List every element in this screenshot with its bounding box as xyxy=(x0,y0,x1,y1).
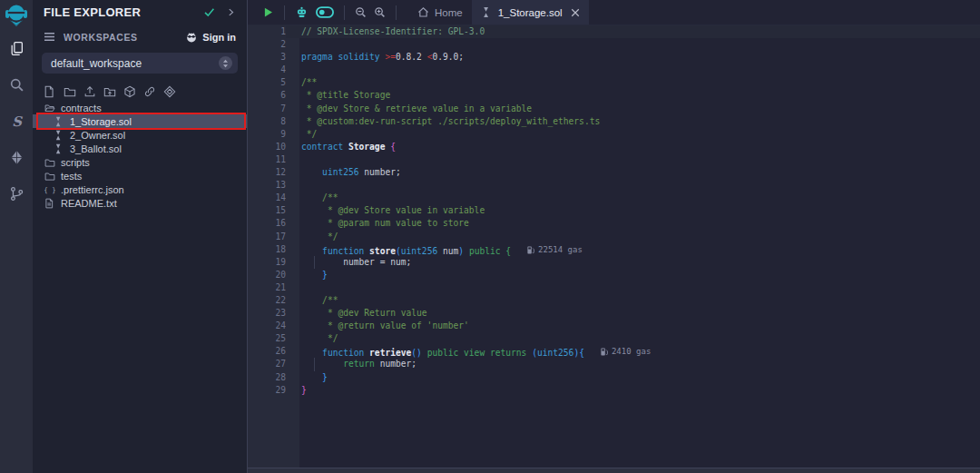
hamburger-menu-icon[interactable] xyxy=(44,29,55,45)
upload-folder-icon[interactable] xyxy=(103,85,116,98)
robot-icon[interactable] xyxy=(295,6,309,19)
code-line-7: 7 * @dev Store & retrieve value in a var… xyxy=(248,103,980,115)
workspace-caret-icon[interactable] xyxy=(219,56,232,70)
tree-item-label: tests xyxy=(61,171,82,182)
line-number: 12 xyxy=(248,166,286,179)
tree-item-label: 1_Storage.sol xyxy=(70,116,132,127)
tree-item-1_Storage.sol[interactable]: 1_Storage.sol xyxy=(33,114,247,128)
file-explorer-panel: FILE EXPLORER WORKSPACES Sign in xyxy=(33,0,248,473)
link-icon[interactable] xyxy=(143,85,156,98)
line-number: 2 xyxy=(248,38,286,51)
json-icon: { } xyxy=(44,184,55,195)
line-number: 5 xyxy=(248,76,286,89)
code-line-15: 15 * @dev Store value in variable xyxy=(248,204,980,217)
code-line-16: 16 * @param num value to store xyxy=(248,217,980,230)
zoom-in-icon[interactable] xyxy=(374,6,386,18)
panel-title: FILE EXPLORER xyxy=(44,5,192,19)
solidity-import-icon[interactable] xyxy=(163,85,176,98)
folder-icon xyxy=(44,171,55,182)
tab-label: 1_Storage.sol xyxy=(498,7,563,18)
code-line-11: 11 xyxy=(248,153,980,166)
tree-item-tests[interactable]: tests xyxy=(33,169,247,182)
tree-item-scripts[interactable]: scripts xyxy=(33,155,247,169)
run-controls xyxy=(259,0,389,25)
code-line-content: * @title Storage xyxy=(286,89,980,102)
remix-logo-icon[interactable] xyxy=(5,4,27,27)
code-line-content: } xyxy=(286,269,980,281)
code-line-content xyxy=(286,179,980,192)
line-number: 3 xyxy=(248,51,286,64)
sidebar-icon-solidity-compiler[interactable]: S xyxy=(0,105,33,136)
code-line-24: 24 * @return value of 'number' xyxy=(248,320,980,332)
tree-item-contracts[interactable]: contracts xyxy=(33,101,247,114)
line-number: 28 xyxy=(248,371,286,384)
tree-item-label: contracts xyxy=(61,103,102,113)
code-line-content: } xyxy=(286,371,980,384)
file-tree: contracts1_Storage.sol2_Owner.sol3_Ballo… xyxy=(33,101,247,210)
tree-item-3_Ballot.sol[interactable]: 3_Ballot.sol xyxy=(33,142,247,155)
workspace-select[interactable]: default_workspace xyxy=(42,53,238,74)
sign-in-button[interactable]: Sign in xyxy=(185,32,236,44)
tree-item-README.txt[interactable]: README.txt xyxy=(33,196,247,210)
code-line-content: * @custom:dev-run-script ./scripts/deplo… xyxy=(286,115,980,128)
code-line-28: 28 } xyxy=(248,371,980,384)
check-icon[interactable] xyxy=(203,6,215,18)
line-number: 24 xyxy=(248,320,286,332)
gas-estimate-badge: 22514 gas xyxy=(527,243,583,256)
line-number: 25 xyxy=(248,332,286,345)
code-line-10: 10contract Storage { xyxy=(248,141,980,153)
workspaces-label: WORKSPACES xyxy=(64,32,185,43)
sign-in-label: Sign in xyxy=(202,32,236,43)
tab-label: Home xyxy=(435,7,463,18)
terminal-panel-edge[interactable] xyxy=(248,468,980,473)
code-line-content: contract Storage { xyxy=(286,141,980,153)
code-line-2: 2 xyxy=(248,38,980,51)
tab-Home[interactable]: Home xyxy=(408,0,472,25)
sidebar-icon-deploy-run[interactable] xyxy=(0,142,33,172)
chevron-right-icon[interactable] xyxy=(226,7,236,17)
tree-item-2_Owner.sol[interactable]: 2_Owner.sol xyxy=(33,128,247,142)
file-icon xyxy=(44,198,55,209)
solidity-icon xyxy=(54,143,64,154)
line-number: 17 xyxy=(248,231,286,243)
line-number: 18 xyxy=(248,243,286,256)
code-line-content: * @dev Return value xyxy=(286,307,980,320)
code-line-content: return number; xyxy=(286,358,980,370)
code-line-23: 23 * @dev Return value xyxy=(248,307,980,320)
line-number: 4 xyxy=(248,64,286,76)
cube-icon[interactable] xyxy=(123,85,136,98)
code-line-content: */ xyxy=(286,128,980,141)
play-icon[interactable] xyxy=(262,6,274,18)
sidebar-icon-search[interactable] xyxy=(0,69,33,100)
solidity-icon xyxy=(54,116,64,127)
zoom-out-icon[interactable] xyxy=(355,6,367,18)
tree-item-label: scripts xyxy=(61,157,90,168)
code-line-22: 22 /** xyxy=(248,294,980,307)
activity-icons: S xyxy=(0,27,33,209)
code-line-6: 6 * @title Storage xyxy=(248,89,980,102)
sidebar-icon-git[interactable] xyxy=(0,178,33,209)
code-line-26: 26 function retrieve() public view retur… xyxy=(248,345,980,358)
code-line-content: /** xyxy=(286,192,980,204)
solidity-icon xyxy=(481,6,493,18)
workspaces-row: WORKSPACES Sign in xyxy=(33,30,247,44)
toggle-icon[interactable] xyxy=(316,6,334,18)
code-line-25: 25 */ xyxy=(248,332,980,345)
line-number: 15 xyxy=(248,204,286,217)
tab-bar: Home1_Storage.sol xyxy=(408,0,589,25)
code-editor[interactable]: 1// SPDX-License-Identifier: GPL-3.023pr… xyxy=(248,25,980,468)
code-line-content: // SPDX-License-Identifier: GPL-3.0 xyxy=(286,25,980,38)
sidebar-icon-file-explorer[interactable] xyxy=(0,33,33,64)
github-icon xyxy=(185,32,198,44)
code-line-content: function retrieve() public view returns … xyxy=(286,345,980,358)
code-line-content: * @dev Store & retrieve value in a varia… xyxy=(286,103,980,115)
new-file-icon[interactable] xyxy=(44,85,56,98)
tree-item-.prettierrc.json[interactable]: { }.prettierrc.json xyxy=(33,182,247,196)
code-line-content: */ xyxy=(286,231,980,243)
new-folder-icon[interactable] xyxy=(64,85,76,98)
code-line-8: 8 * @custom:dev-run-script ./scripts/dep… xyxy=(248,115,980,128)
tab-1_Storage.sol[interactable]: 1_Storage.sol xyxy=(472,0,589,25)
line-number: 22 xyxy=(248,294,286,307)
close-tab-icon[interactable] xyxy=(571,8,580,17)
upload-file-icon[interactable] xyxy=(83,85,96,98)
